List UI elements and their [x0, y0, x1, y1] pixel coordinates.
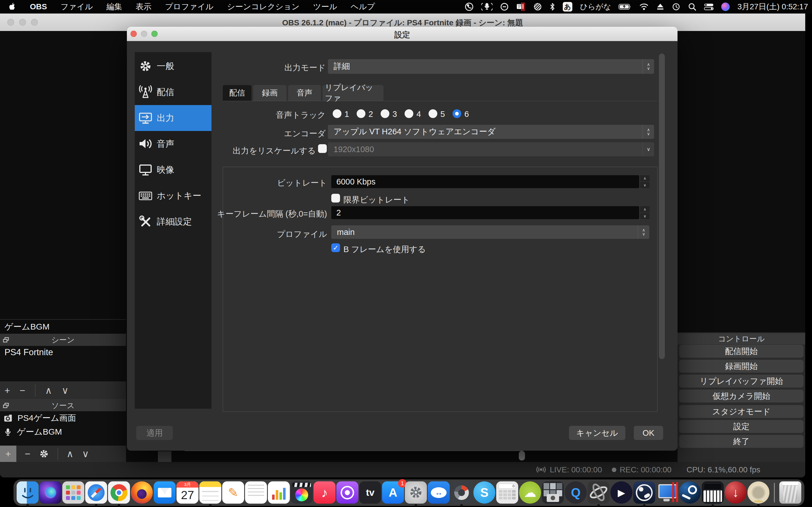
wifi-icon[interactable]: [639, 3, 649, 10]
source-properties-gear-icon[interactable]: [39, 449, 49, 459]
dock-finalcut[interactable]: [290, 482, 313, 504]
input-method-label[interactable]: ひらがな: [580, 2, 611, 12]
spotlight-search-icon[interactable]: [688, 3, 696, 11]
bitrate-stepper[interactable]: ∧∨: [640, 175, 650, 188]
studio-mode-button[interactable]: スタジオモード: [679, 405, 804, 418]
menu-help[interactable]: ヘルプ: [344, 1, 382, 12]
siri-icon[interactable]: [721, 3, 730, 11]
scenes-panel-header[interactable]: シーン: [0, 334, 126, 346]
output-mode-select[interactable]: 詳細 ∧∨: [328, 59, 654, 74]
dock-launchpad[interactable]: [62, 482, 85, 504]
menu-bar-clock[interactable]: 3月27日(土) 0:52:17: [737, 1, 808, 12]
radio-track-4[interactable]: [405, 109, 413, 118]
menu-file[interactable]: ファイル: [54, 1, 100, 12]
screen-record-status-icon[interactable]: [516, 2, 526, 11]
obs-status-icon[interactable]: [465, 2, 474, 11]
radio-track-5[interactable]: [428, 109, 437, 118]
dock-chrome[interactable]: [108, 482, 130, 504]
tab-audio[interactable]: 音声: [288, 85, 321, 101]
dock-downloader-app[interactable]: ↓: [724, 482, 747, 504]
time-machine-icon[interactable]: [672, 3, 680, 11]
source-item[interactable]: PS4ゲーム画面: [0, 411, 126, 425]
scene-down-button[interactable]: ∨: [62, 386, 69, 395]
dock-photo-collage-app[interactable]: [542, 482, 564, 504]
start-streaming-button[interactable]: 配信開始: [679, 345, 804, 358]
apply-button[interactable]: 適用: [136, 426, 173, 440]
dock-notes[interactable]: [199, 482, 221, 504]
dock-calculator[interactable]: 0: [496, 482, 518, 504]
dock-skype[interactable]: S: [473, 482, 496, 504]
dock-firefox[interactable]: [131, 482, 153, 504]
dock-calendar[interactable]: 3月 27: [176, 482, 199, 504]
menu-profile[interactable]: プロファイル: [158, 1, 220, 12]
start-recording-button[interactable]: 録画開始: [679, 360, 804, 373]
tab-recording[interactable]: 録画: [253, 85, 287, 101]
scenes-list[interactable]: PS4 Fortnite: [0, 346, 126, 381]
control-center-icon[interactable]: [704, 3, 714, 10]
dock-midi-keyboard-app[interactable]: [702, 482, 724, 504]
source-up-button[interactable]: ∧: [66, 449, 73, 459]
remove-scene-button[interactable]: −: [20, 386, 26, 395]
sidebar-item-general[interactable]: 一般: [135, 53, 211, 79]
dock-teamviewer[interactable]: ↔: [427, 482, 450, 504]
menu-view[interactable]: 表示: [129, 1, 158, 12]
keyframe-interval-input[interactable]: 2: [331, 206, 639, 219]
dock-tv[interactable]: tv: [359, 482, 382, 504]
dock-media-player[interactable]: ▶: [610, 482, 633, 504]
scene-item[interactable]: PS4 Fortnite: [0, 346, 126, 359]
dock-steam[interactable]: [679, 482, 701, 504]
apple-menu[interactable]: [0, 3, 23, 11]
stepper-down[interactable]: ∨: [640, 182, 650, 188]
radio-track-6[interactable]: [453, 109, 461, 118]
radio-track-3[interactable]: [380, 109, 389, 118]
dock-system-preferences[interactable]: [405, 482, 427, 504]
dock-gyroscope-app[interactable]: [587, 482, 610, 504]
dock-obs[interactable]: [633, 482, 656, 504]
radio-track-1[interactable]: [333, 109, 342, 118]
dock-trash[interactable]: [779, 482, 802, 504]
add-source-button[interactable]: +: [0, 446, 16, 462]
cbr-checkbox[interactable]: [331, 194, 340, 203]
ok-button[interactable]: OK: [634, 426, 663, 440]
keyframe-stepper[interactable]: ∧∨: [640, 206, 650, 219]
stepper-up[interactable]: ∧: [640, 206, 650, 212]
bitrate-input[interactable]: 6000 Kbps: [331, 175, 639, 188]
dock-appstore[interactable]: A1: [382, 482, 404, 504]
rescale-resolution-select[interactable]: 1920x1080 ∨: [328, 142, 654, 156]
sources-panel-header[interactable]: ソース: [0, 399, 126, 412]
dock-numbers[interactable]: [267, 482, 290, 504]
sidebar-item-stream[interactable]: 配信: [135, 79, 211, 105]
sidebar-item-hotkeys[interactable]: ホットキー: [135, 183, 211, 209]
tab-streaming[interactable]: 配信: [223, 85, 252, 101]
sources-list[interactable]: PS4ゲーム画面 ゲームBGM: [0, 411, 126, 446]
eject-icon[interactable]: [656, 3, 664, 10]
menu-scene-collection[interactable]: シーンコレクション: [220, 1, 306, 12]
sidebar-item-advanced[interactable]: 詳細設定: [135, 209, 211, 235]
sidebar-item-video[interactable]: 映像: [135, 157, 211, 183]
dock-mail[interactable]: [153, 482, 176, 504]
encoder-select[interactable]: アップル VT H264 ソフトウェアエンコーダ ∧∨: [328, 125, 654, 139]
radio-track-2[interactable]: [357, 109, 365, 118]
dialog-vertical-scrollbar[interactable]: [659, 54, 665, 359]
dock-siri[interactable]: [39, 482, 62, 504]
dock-quicktime[interactable]: Q: [564, 482, 587, 504]
do-not-disturb-icon[interactable]: [500, 3, 509, 11]
striped-circle-icon[interactable]: [534, 3, 542, 11]
source-down-button[interactable]: ∨: [82, 449, 89, 459]
start-replay-buffer-button[interactable]: リプレイバッファ開始: [679, 375, 804, 388]
dock-telephone-dial-app[interactable]: [747, 482, 770, 504]
dock-finder[interactable]: [16, 482, 39, 504]
sidebar-item-audio[interactable]: 音声: [135, 131, 211, 157]
dock-music[interactable]: ♪: [313, 482, 336, 504]
cancel-button[interactable]: キャンセル: [569, 426, 625, 440]
stepper-down[interactable]: ∨: [640, 213, 650, 219]
dock-video-cloud-app[interactable]: ☁: [519, 482, 541, 504]
dock-parallels[interactable]: [656, 482, 678, 504]
sidebar-item-output[interactable]: 出力: [135, 105, 211, 131]
dock-podcasts[interactable]: [336, 482, 359, 504]
bframes-checkbox[interactable]: ✓: [331, 243, 340, 252]
add-scene-button[interactable]: +: [4, 386, 10, 395]
dock-pages[interactable]: ✎: [222, 482, 245, 504]
exit-button[interactable]: 終了: [679, 435, 804, 448]
start-virtual-camera-button[interactable]: 仮想カメラ開始: [679, 390, 804, 402]
